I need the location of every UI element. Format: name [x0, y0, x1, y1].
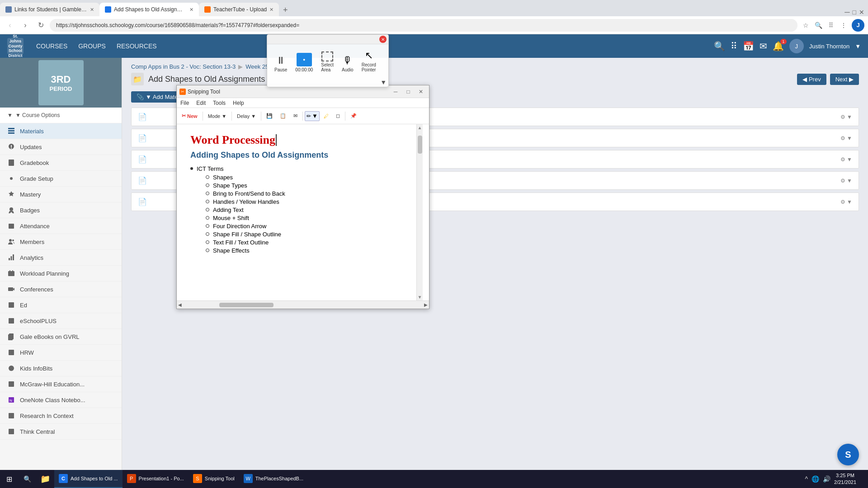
taskbar-word[interactable]: W ThePlacesShapedB... — [239, 470, 308, 488]
user-profile-icon[interactable]: J — [852, 19, 864, 32]
gear-btn-1[interactable]: ⚙ ▼ — [840, 114, 852, 120]
vscroll-up-btn[interactable]: ▲ — [417, 124, 423, 131]
st-menu-file[interactable]: File — [177, 98, 193, 108]
gear-btn-5[interactable]: ⚙ ▼ — [840, 199, 852, 205]
bookmark-icon[interactable]: ☆ — [800, 20, 811, 31]
st-email-btn[interactable]: ✉ — [290, 110, 301, 122]
close-btn[interactable]: ✕ — [859, 9, 864, 16]
hscroll-left-btn[interactable]: ◀ — [177, 302, 183, 307]
st-new-btn[interactable]: ✂ New — [179, 110, 201, 122]
sr-pause-btn[interactable]: ⏸ Pause — [271, 53, 291, 74]
sr-expand-icon[interactable]: ▼ — [380, 79, 387, 86]
sidebar-item-updates[interactable]: Updates — [0, 139, 122, 155]
address-input[interactable] — [50, 19, 797, 32]
breadcrumb-part1[interactable]: Comp Apps in Bus 2 - Voc: Section 13-3 — [131, 63, 236, 70]
taskbar-search-btn[interactable]: 🔍 — [20, 472, 34, 486]
gear-btn-3[interactable]: ⚙ ▼ — [840, 156, 852, 163]
minimize-btn[interactable]: ─ — [844, 8, 849, 16]
st-pin-btn[interactable]: 📌 — [347, 110, 360, 122]
sr-timer-btn[interactable]: ● 00:00:00 — [292, 51, 316, 74]
sidebar-item-conferences[interactable]: Conferences — [0, 282, 122, 297]
search-header-icon[interactable]: 🔍 — [714, 41, 725, 52]
apps-icon[interactable]: ⠿ — [826, 20, 836, 31]
calendar-header-icon[interactable]: 📅 — [743, 41, 754, 52]
forward-button[interactable]: › — [19, 19, 32, 32]
sidebar-item-analytics[interactable]: Analytics — [0, 250, 122, 266]
gear-btn-2[interactable]: ⚙ ▼ — [840, 135, 852, 141]
taskbar-snipping[interactable]: S Snipping Tool — [189, 470, 239, 488]
st-vscroll[interactable]: ▲ ▼ — [416, 124, 423, 300]
st-menu-help[interactable]: Help — [229, 98, 248, 108]
sidebar-item-mcgraw[interactable]: McGraw-Hill Education... — [0, 376, 122, 392]
sidebar-item-ed[interactable]: Ed Ed — [0, 297, 122, 313]
back-button[interactable]: ‹ — [4, 19, 16, 32]
maximize-btn[interactable]: □ — [853, 9, 856, 16]
next-button[interactable]: Next ▶ — [830, 74, 859, 85]
st-highlight-btn[interactable]: 🖊 — [321, 110, 332, 122]
floating-avatar[interactable]: S — [837, 444, 859, 465]
sidebar-item-kids-infobits[interactable]: Kids InfoBits — [0, 361, 122, 376]
sidebar-item-gale[interactable]: Gale eBooks on GVRL — [0, 329, 122, 345]
breadcrumb-part2[interactable]: Week 25 — [245, 63, 269, 70]
new-tab-button[interactable]: + — [279, 4, 292, 16]
sidebar-item-onenote[interactable]: N OneNote Class Notebo... — [0, 392, 122, 408]
st-menu-tools[interactable]: Tools — [209, 98, 229, 108]
tab-close-2[interactable]: ✕ — [189, 7, 193, 13]
taskbar-clock[interactable]: 3:25 PM 2/21/2021 — [834, 472, 856, 486]
taskbar-presentation[interactable]: P Presentation1 - Po... — [123, 470, 189, 488]
sidebar-item-mastery[interactable]: Mastery — [0, 187, 122, 202]
taskbar-file-explorer[interactable]: 📁 — [36, 470, 54, 488]
sidebar-item-members[interactable]: Members — [0, 234, 122, 250]
sidebar-item-hrw[interactable]: HRW — [0, 345, 122, 361]
sr-select-area-btn[interactable]: SelectArea — [317, 50, 337, 74]
st-minimize-btn[interactable]: ─ — [390, 86, 401, 97]
apps-header-icon[interactable]: ⠿ — [731, 41, 737, 52]
taskbar-network-icon[interactable]: 🌐 — [811, 475, 819, 483]
sidebar-item-attendance[interactable]: Attendance — [0, 218, 122, 234]
sr-pointer-btn[interactable]: ↖ RecordPointer — [358, 48, 380, 74]
st-save-btn[interactable]: 💾 — [263, 110, 276, 122]
screen-record-close[interactable]: ✕ — [379, 36, 387, 43]
tab-1[interactable]: Links for Students | Gamble Rog... ✕ — [0, 3, 99, 16]
vscroll-down-btn[interactable]: ▼ — [417, 294, 423, 300]
taskbar-chrome[interactable]: C Add Shapes to Old ... — [54, 470, 123, 488]
hscroll-right-btn[interactable]: ▶ — [423, 302, 429, 307]
nav-courses[interactable]: COURSES — [36, 42, 67, 50]
reload-button[interactable]: ↻ — [34, 19, 47, 32]
st-close-btn[interactable]: ✕ — [415, 86, 426, 97]
sidebar-item-eschoolplus[interactable]: eSchoolPLUS — [0, 313, 122, 329]
st-maximize-btn[interactable]: □ — [403, 86, 414, 97]
taskbar-volume-icon[interactable]: 🔊 — [823, 475, 830, 483]
tab-3[interactable]: TeacherTube - Upload ✕ — [199, 3, 279, 16]
user-avatar-header[interactable]: J — [789, 39, 804, 53]
sr-audio-btn[interactable]: 🎙 Audio — [338, 53, 357, 74]
sidebar-item-workload-planning[interactable]: Workload Planning — [0, 266, 122, 282]
course-options-btn[interactable]: ▼ ▼ Course Options — [0, 108, 122, 123]
st-pen-tool[interactable]: ✏ ▼ — [305, 111, 320, 121]
st-menu-edit[interactable]: Edit — [193, 98, 209, 108]
st-mode-btn[interactable]: Mode ▼ — [205, 110, 230, 122]
notification-icon[interactable]: 🔔 1 — [773, 41, 784, 52]
user-dropdown-arrow[interactable]: ▼ — [855, 43, 861, 50]
prev-button[interactable]: ◀ Prev — [797, 74, 826, 85]
nav-groups[interactable]: GROUPS — [78, 42, 106, 50]
sidebar-item-research[interactable]: Research In Context — [0, 408, 122, 424]
tab-2[interactable]: Add Shapes to Old Assignment:... ✕ — [99, 3, 199, 16]
st-eraser-btn[interactable]: ◻ — [333, 110, 343, 122]
tab-close-3[interactable]: ✕ — [269, 7, 274, 13]
sidebar-item-gradebook[interactable]: Gradebook — [0, 155, 122, 171]
st-delay-btn[interactable]: Delay ▼ — [234, 110, 259, 122]
sidebar-item-badges[interactable]: Badges — [0, 202, 122, 218]
tab-close-1[interactable]: ✕ — [90, 7, 94, 13]
st-copy-btn[interactable]: 📋 — [277, 110, 289, 122]
settings-icon[interactable]: ⋮ — [838, 20, 849, 31]
gear-btn-4[interactable]: ⚙ ▼ — [840, 178, 852, 184]
sidebar-item-think-central[interactable]: Think Central — [0, 424, 122, 440]
hscroll-thumb[interactable] — [219, 303, 274, 307]
nav-resources[interactable]: RESOURCES — [117, 42, 157, 50]
taskbar-chevron-icon[interactable]: ^ — [805, 475, 808, 483]
sidebar-item-grade-setup[interactable]: Grade Setup — [0, 171, 122, 187]
username-label[interactable]: Justin Thornton — [809, 43, 849, 50]
sidebar-item-materials[interactable]: Materials — [0, 123, 122, 139]
vscroll-thumb[interactable] — [418, 136, 422, 154]
